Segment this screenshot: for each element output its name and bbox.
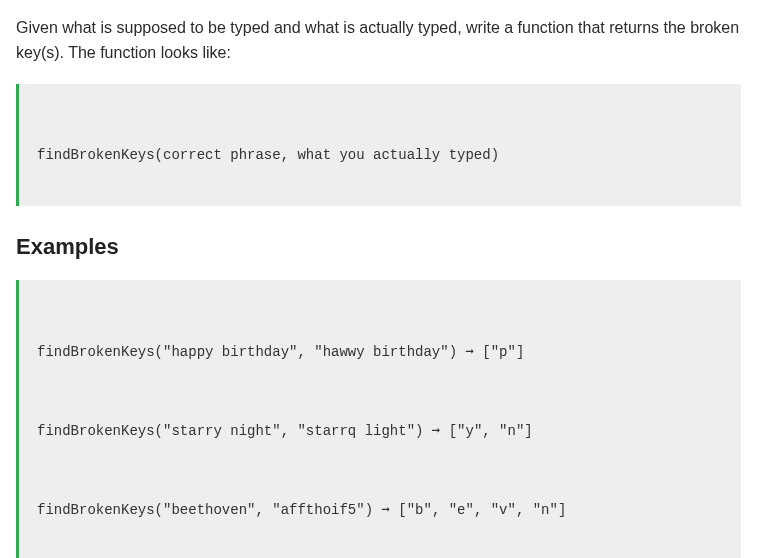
examples-block: findBrokenKeys("happy birthday", "hawwy … [16, 280, 741, 558]
function-signature-block: findBrokenKeys(correct phrase, what you … [16, 84, 741, 207]
examples-heading: Examples [16, 230, 741, 264]
function-signature: findBrokenKeys(correct phrase, what you … [37, 145, 723, 167]
example-line: findBrokenKeys("beethoven", "affthoif5")… [37, 500, 723, 522]
example-line: findBrokenKeys("happy birthday", "hawwy … [37, 342, 723, 364]
problem-intro: Given what is supposed to be typed and w… [16, 16, 741, 66]
example-line: findBrokenKeys("starry night", "starrq l… [37, 421, 723, 443]
